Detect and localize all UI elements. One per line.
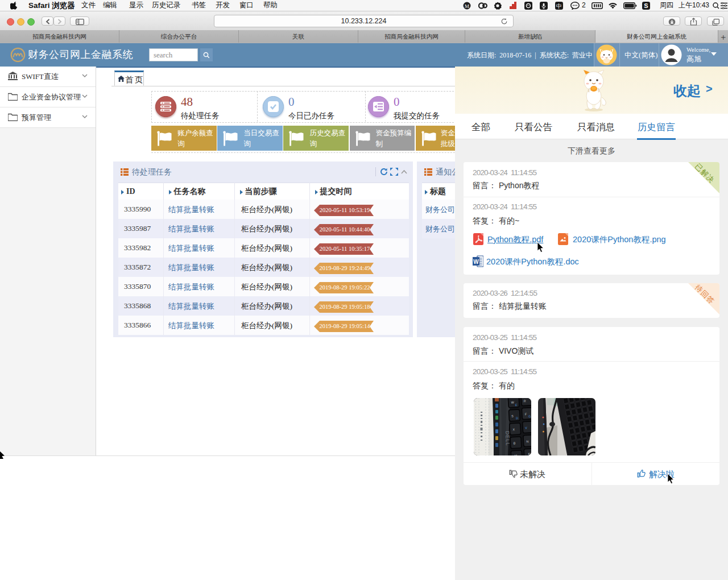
svg-text:中: 中: [556, 3, 562, 9]
svg-text:D: D: [516, 416, 518, 420]
svg-text:M: M: [515, 454, 518, 455]
svg-text:K: K: [528, 452, 530, 455]
svg-text:E: E: [515, 403, 518, 407]
svg-text:B: B: [513, 441, 515, 445]
svg-text:W: W: [473, 259, 479, 265]
svg-text:M: M: [465, 3, 469, 9]
svg-text:G: G: [528, 415, 531, 418]
svg-text:X: X: [512, 428, 515, 431]
svg-text:V: V: [525, 426, 527, 429]
svg-text:N: N: [526, 440, 528, 443]
svg-text:S: S: [644, 2, 648, 9]
svg-text:S: S: [511, 415, 514, 418]
svg-text:R: R: [524, 399, 526, 403]
